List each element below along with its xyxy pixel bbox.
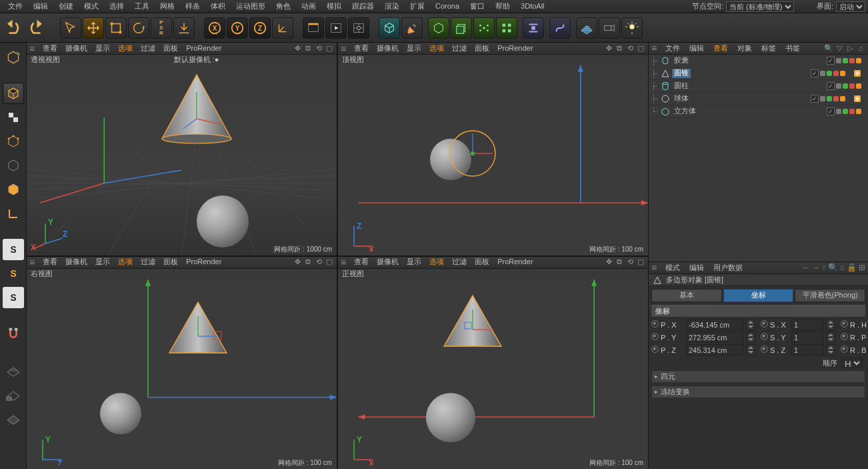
object-name[interactable]: 圆柱: [672, 81, 691, 90]
object-row-cylinder[interactable]: ├╴ 圆柱 ✓: [649, 80, 868, 93]
menu-anim[interactable]: 动画: [296, 0, 321, 13]
layer-chk[interactable]: ✓: [827, 57, 835, 65]
pz-input[interactable]: [686, 344, 743, 356]
am-user[interactable]: 用户数据: [709, 264, 747, 272]
sy-input[interactable]: [791, 332, 823, 343]
hamburger-icon[interactable]: ≡: [651, 43, 661, 54]
menu-tool[interactable]: 工具: [129, 0, 155, 13]
rotate-tool-button[interactable]: [128, 17, 149, 39]
place-tool-button[interactable]: [173, 17, 195, 39]
floor-button[interactable]: [576, 17, 597, 39]
extrude-button[interactable]: [451, 17, 472, 39]
am-mode[interactable]: 模式: [661, 264, 685, 272]
fold-freeze[interactable]: ▸冻结变换: [651, 386, 865, 398]
move-tool-button[interactable]: [83, 17, 104, 39]
hamburger-icon[interactable]: ≡: [29, 44, 39, 53]
tab-basic[interactable]: 基本: [651, 289, 722, 302]
scale-tool-button[interactable]: [105, 17, 127, 39]
y-axis-toggle[interactable]: Y: [227, 17, 248, 39]
pz-spinner[interactable]: [746, 344, 755, 356]
nav-up-icon[interactable]: ↑: [822, 263, 826, 272]
workplane-grid3[interactable]: [3, 407, 24, 428]
cloner-button[interactable]: [473, 17, 495, 39]
py-spinner[interactable]: [746, 332, 755, 343]
render-pv-button[interactable]: [325, 17, 347, 39]
camera-button[interactable]: [599, 17, 620, 39]
px-input[interactable]: [686, 319, 743, 330]
menu-create[interactable]: 创建: [53, 0, 79, 13]
subdivision-button[interactable]: [428, 17, 449, 39]
hamburger-icon[interactable]: ≡: [651, 262, 661, 274]
texture-mode-button[interactable]: [3, 107, 24, 128]
menu-spline[interactable]: 样条: [180, 0, 205, 13]
vp-menu-panel[interactable]: 面板: [159, 44, 182, 53]
z-axis-toggle[interactable]: Z: [249, 17, 271, 39]
psr-button[interactable]: PSR: [151, 17, 172, 39]
vp-menu-display[interactable]: 显示: [91, 44, 114, 53]
nodespace-select[interactable]: 当前 (标准/物理): [726, 1, 794, 12]
object-name[interactable]: 立方体: [672, 107, 698, 115]
vp-menu-camera[interactable]: 摄像机: [61, 44, 91, 53]
light-button[interactable]: [621, 17, 643, 39]
snap-s2-button[interactable]: S: [3, 263, 24, 284]
home-icon[interactable]: ⌂: [856, 44, 865, 53]
om-tags[interactable]: 标签: [757, 44, 781, 53]
edge-mode-button[interactable]: [3, 179, 24, 200]
order-select[interactable]: H: [841, 358, 863, 368]
viewport-perspective[interactable]: ≡ 查看 摄像机 显示 选项 过滤 面板 ProRender ✥ ⧉ ⟲ ▢ 透…: [27, 43, 337, 256]
align-button[interactable]: [523, 17, 544, 39]
vp-menu-options[interactable]: 选项: [114, 44, 137, 53]
magnet-button[interactable]: [3, 323, 24, 344]
menu-help[interactable]: 帮助: [490, 0, 515, 13]
menu-edit[interactable]: 编辑: [28, 0, 53, 13]
menu-select[interactable]: 选择: [104, 0, 129, 13]
workplane-button[interactable]: [3, 131, 24, 152]
x-axis-toggle[interactable]: X: [204, 17, 225, 39]
vp-rot-icon[interactable]: ⟲: [314, 44, 323, 53]
object-name[interactable]: 球体: [672, 94, 691, 103]
menu-char[interactable]: 角色: [271, 0, 296, 13]
viewport-front[interactable]: ≡ 查看 摄像机 显示 选项 过滤 面板 ProRender ✥⧉⟲▢ 正视图: [338, 257, 648, 470]
menu-mesh[interactable]: 网格: [155, 0, 180, 13]
om-bookmarks[interactable]: 书签: [781, 44, 805, 53]
undo-button[interactable]: [4, 19, 24, 37]
sx-spinner[interactable]: [826, 319, 835, 330]
primitive-button[interactable]: [379, 17, 400, 39]
menu-3dtoall[interactable]: 3DtoAll: [515, 0, 549, 13]
render-settings-button[interactable]: [348, 17, 369, 39]
menu-render[interactable]: 渲染: [379, 0, 405, 13]
live-selection-button[interactable]: [60, 17, 81, 39]
nav-search-icon[interactable]: 🔍: [828, 263, 838, 272]
menu-sim[interactable]: 模拟: [321, 0, 347, 13]
model-mode-button[interactable]: [3, 83, 24, 104]
menu-ext[interactable]: 扩展: [405, 0, 430, 13]
nav-back-icon[interactable]: ←: [802, 263, 810, 272]
coord-system-button[interactable]: [272, 17, 293, 39]
tab-phong[interactable]: 平滑着色(Phong): [795, 289, 865, 302]
sz-spinner[interactable]: [826, 344, 835, 356]
viewport-top[interactable]: ≡ 查看 摄像机 显示 选项 过滤 面板 ProRender ✥⧉⟲▢ 顶视图: [338, 43, 648, 256]
phong-tag-icon[interactable]: [853, 95, 861, 103]
fold-quaternion[interactable]: ▸四元: [651, 370, 865, 383]
search-icon[interactable]: 🔍: [824, 44, 833, 53]
layout-select[interactable]: 启动: [836, 1, 865, 12]
vp-zoom-icon[interactable]: ⧉: [303, 44, 313, 53]
axis-mode-button[interactable]: [3, 203, 24, 224]
nav-fwd-icon[interactable]: →: [812, 263, 820, 272]
vp-menu-prorender[interactable]: ProRender: [182, 44, 225, 53]
path-icon[interactable]: ▷: [845, 44, 855, 53]
object-row-cube[interactable]: └╴ 立方体 ✓: [649, 105, 868, 118]
nav-new-icon[interactable]: ⊞: [859, 263, 865, 272]
viewport-right[interactable]: ≡ 查看 摄像机 显示 选项 过滤 面板 ProRender ✥⧉⟲▢ 右视图: [27, 257, 337, 470]
object-name[interactable]: 胶囊: [672, 56, 691, 65]
vp-menu-view[interactable]: 查看: [39, 44, 61, 53]
vp-menu-filter[interactable]: 过滤: [137, 44, 159, 53]
redo-button[interactable]: [25, 19, 45, 37]
object-row-sphere[interactable]: ├╴ 球体 ✓: [649, 93, 868, 105]
menu-corona[interactable]: Corona: [430, 0, 465, 13]
menu-window[interactable]: 窗口: [465, 0, 490, 13]
om-obj[interactable]: 对象: [733, 44, 757, 53]
sz-input[interactable]: [791, 344, 823, 356]
vp-max-icon[interactable]: ▢: [325, 44, 334, 53]
object-row-cone[interactable]: ├╴ 圆锥 ✓: [649, 67, 868, 80]
